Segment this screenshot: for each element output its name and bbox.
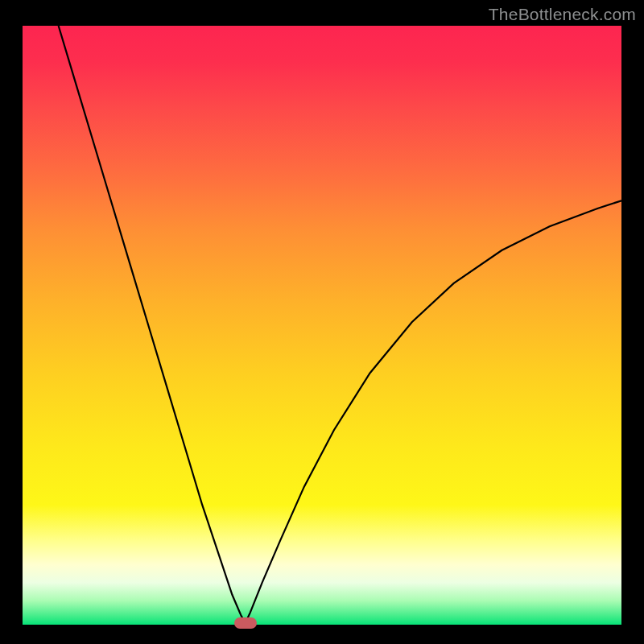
bottleneck-curve (23, 26, 621, 625)
chart-frame: TheBottleneck.com (0, 0, 644, 644)
watermark-text: TheBottleneck.com (489, 5, 636, 24)
curve-right-branch (246, 200, 621, 623)
bottleneck-marker (234, 617, 257, 629)
plot-area (23, 26, 621, 625)
curve-left-branch (59, 26, 246, 623)
